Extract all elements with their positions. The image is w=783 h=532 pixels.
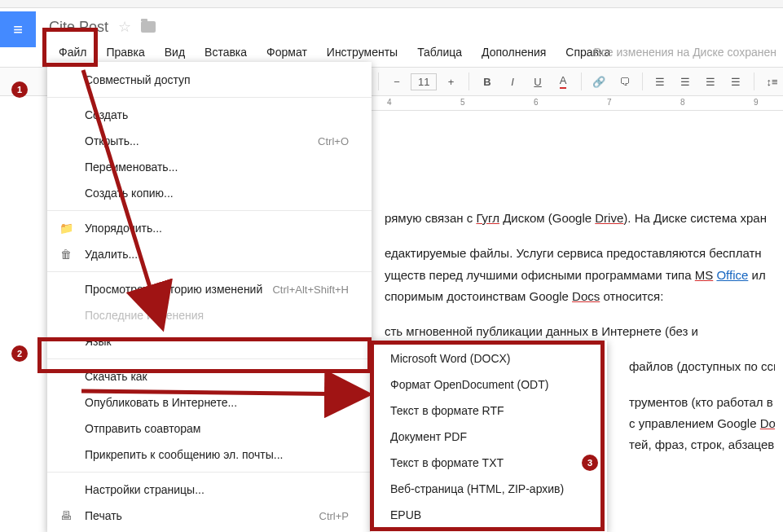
sub-item-rtf[interactable]: Текст в формате RTF: [371, 398, 607, 424]
folder-icon[interactable]: [141, 21, 156, 33]
sub-item-txt[interactable]: Текст в формате TXT: [371, 450, 607, 476]
menu-item-print[interactable]: 🖶ПечатьCtrl+P: [47, 503, 372, 529]
folder-icon: 📁: [59, 222, 73, 235]
menu-item-organize[interactable]: 📁Упорядочить...: [47, 215, 372, 241]
doc-line: споримым достоинствам Google Docs относи…: [385, 287, 775, 306]
download-submenu: Microsoft Word (DOCX) Формат OpenDocumen…: [371, 341, 607, 532]
menu-insert[interactable]: Вставка: [195, 41, 257, 64]
menu-addons[interactable]: Дополнения: [472, 41, 556, 64]
align-justify-button[interactable]: ☰: [725, 70, 747, 93]
menu-item-share[interactable]: Совместный доступ: [47, 67, 372, 93]
menu-item-recent: Последние изменения: [47, 302, 372, 328]
menu-item-download[interactable]: Скачать как: [47, 363, 372, 389]
sub-item-pdf[interactable]: Документ PDF: [371, 424, 607, 450]
annotation-marker-1: 1: [11, 81, 28, 98]
font-size-dec[interactable]: −: [385, 70, 408, 93]
menu-view[interactable]: Вид: [155, 41, 195, 64]
doc-line: сть мгновенной публикации данных в Интер…: [385, 322, 775, 341]
menu-item-email-attach[interactable]: Прикрепить к сообщению эл. почты...: [47, 442, 372, 468]
text-color-button[interactable]: A: [552, 70, 574, 93]
doc-line: рямую связан с Гугл Диском (Google Drive…: [385, 209, 775, 227]
docs-home-button[interactable]: ≡: [0, 11, 36, 47]
ruler: 4 5 6 7 8 9: [371, 96, 783, 111]
save-status: Все изменения на Диске сохранен: [587, 41, 783, 64]
star-icon[interactable]: ☆: [118, 18, 131, 36]
docs-icon: ≡: [13, 20, 23, 39]
annotation-marker-2: 2: [11, 345, 28, 362]
sub-item-epub[interactable]: EPUB: [371, 502, 607, 528]
bold-button[interactable]: B: [476, 70, 498, 93]
line-spacing-button[interactable]: ↕≡: [761, 70, 783, 93]
font-size-group: − 11 +: [385, 70, 462, 93]
toolbar-sep: [754, 73, 754, 90]
menu-item-copy[interactable]: Создать копию...: [47, 180, 372, 206]
menu-edit[interactable]: Правка: [96, 41, 154, 64]
menu-item-new[interactable]: Создать: [47, 102, 372, 128]
url-bar: [83, 0, 775, 10]
sub-item-odt[interactable]: Формат OpenDocument (ODT): [371, 372, 607, 398]
align-left-button[interactable]: ☰: [649, 70, 671, 93]
menu-table[interactable]: Таблица: [407, 41, 472, 64]
menu-item-language[interactable]: Язык: [47, 328, 372, 354]
align-center-button[interactable]: ☰: [675, 70, 697, 93]
toolbar-sep: [468, 73, 469, 90]
menu-item-history[interactable]: Просмотреть историю измененийCtrl+Alt+Sh…: [47, 276, 372, 302]
sub-item-html[interactable]: Веб-страница (HTML, ZIP-архив): [371, 476, 607, 502]
toolbar-sep: [581, 73, 582, 90]
link-button[interactable]: 🔗: [588, 70, 610, 93]
menu-item-email-collab[interactable]: Отправить соавторам: [47, 415, 372, 442]
doc-line: уществ перед лучшими офисными программам…: [385, 266, 775, 284]
align-right-button[interactable]: ☰: [700, 70, 722, 93]
menu-item-publish[interactable]: Опубликовать в Интернете...: [47, 389, 372, 415]
sub-item-docx[interactable]: Microsoft Word (DOCX): [371, 345, 607, 372]
document-title[interactable]: Cite Post: [49, 19, 108, 36]
comment-button[interactable]: 🗨: [614, 70, 636, 93]
file-menu-dropdown: Совместный доступ Создать Открыть...Ctrl…: [47, 62, 372, 532]
menu-item-open[interactable]: Открыть...Ctrl+O: [47, 128, 372, 154]
menu-item-delete[interactable]: 🗑Удалить...: [47, 241, 372, 267]
font-size-value[interactable]: 11: [411, 73, 437, 90]
underline-button[interactable]: U: [527, 70, 549, 93]
doc-line: едактируемые файлы. Услуги сервиса предо…: [385, 244, 775, 262]
font-size-inc[interactable]: +: [439, 70, 462, 93]
toolbar-sep: [642, 73, 643, 90]
menu-bar: Файл Правка Вид Вставка Формат Инструмен…: [49, 41, 620, 64]
menu-format[interactable]: Формат: [257, 41, 317, 64]
menu-item-rename[interactable]: Переименовать...: [47, 154, 372, 180]
toolbar-sep: [378, 73, 379, 90]
menu-item-page-setup[interactable]: Настройки страницы...: [47, 477, 372, 503]
annotation-marker-3: 3: [582, 455, 598, 471]
trash-icon: 🗑: [59, 248, 73, 261]
menu-tools[interactable]: Инструменты: [317, 41, 407, 64]
print-icon: 🖶: [59, 509, 73, 522]
menu-file[interactable]: Файл: [49, 41, 96, 64]
italic-button[interactable]: I: [501, 70, 523, 93]
